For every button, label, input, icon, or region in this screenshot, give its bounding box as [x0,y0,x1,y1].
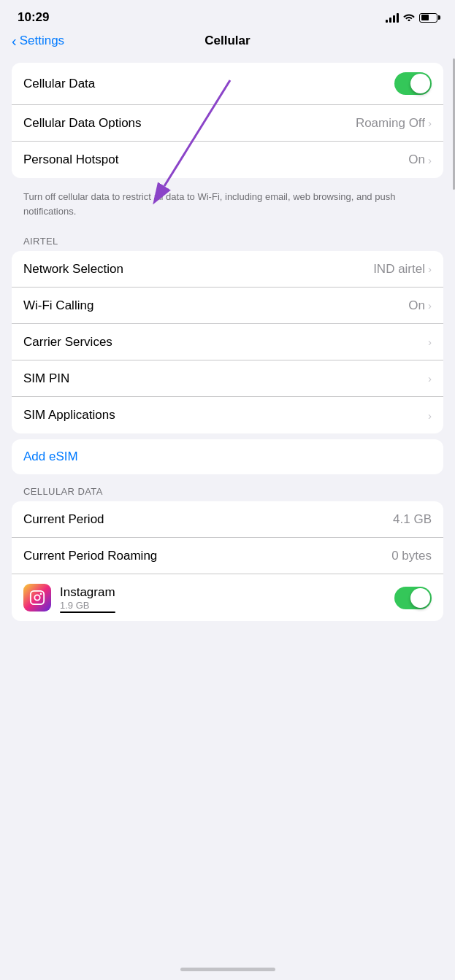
toggle-thumb [410,588,430,608]
wifi-icon [403,12,415,23]
current-period-row: Current Period 4.1 GB [12,501,443,538]
wifi-calling-status: On [408,298,425,313]
home-bar [180,968,275,971]
personal-hotspot-value: On › [408,153,432,167]
sim-applications-label: SIM Applications [23,408,115,423]
chevron-icon: › [428,336,432,348]
back-button[interactable]: ‹ Settings [12,34,64,48]
cellular-data-row[interactable]: Cellular Data [12,63,443,105]
network-selection-row[interactable]: Network Selection IND airtel › [12,251,443,288]
chevron-icon: › [428,117,432,129]
instagram-row: Instagram 1.9 GB [12,574,443,621]
cellular-data-description: Turn off cellular data to restrict all d… [12,184,443,230]
main-settings-group: Cellular Data Cellular Data Options Roam… [12,63,443,178]
cellular-data-section-label: CELLULAR DATA [12,480,443,501]
carrier-services-value: › [428,336,432,348]
cellular-data-label: Cellular Data [23,77,95,91]
carrier-services-label: Carrier Services [23,335,112,350]
airtel-settings-group: Network Selection IND airtel › Wi-Fi Cal… [12,251,443,433]
personal-hotspot-label: Personal Hotspot [23,153,118,167]
battery-icon [419,13,437,23]
chevron-icon: › [428,409,432,422]
current-period-label: Current Period [23,512,104,527]
chevron-icon: › [428,263,432,275]
current-period-roaming-data: 0 bytes [391,549,432,563]
current-period-roaming-label: Current Period Roaming [23,549,157,563]
network-selection-label: Network Selection [23,262,123,277]
sim-applications-value: › [428,409,432,422]
app-info: Instagram 1.9 GB [23,584,115,611]
svg-point-2 [40,593,42,595]
svg-rect-0 [31,591,44,604]
sim-pin-value: › [428,372,432,385]
chevron-icon: › [428,154,432,166]
status-icons [386,12,437,23]
instagram-toggle[interactable] [394,587,432,609]
nav-header: ‹ Settings Cellular [0,31,455,57]
app-size: 1.9 GB [60,600,115,611]
cellular-data-options-row[interactable]: Cellular Data Options Roaming Off › [12,105,443,142]
page-title: Cellular [204,34,250,48]
wifi-calling-row[interactable]: Wi-Fi Calling On › [12,288,443,324]
network-selection-value: IND airtel › [373,262,432,277]
status-bar: 10:29 [0,0,455,31]
sim-pin-row[interactable]: SIM PIN › [12,360,443,397]
content-area: Cellular Data Cellular Data Options Roam… [0,57,455,633]
signal-bars-icon [386,12,399,23]
back-chevron-icon: ‹ [12,34,17,48]
sim-pin-label: SIM PIN [23,371,69,386]
status-time: 10:29 [18,10,49,25]
chevron-icon: › [428,372,432,385]
add-esim-button[interactable]: Add eSIM [12,439,443,474]
scrollbar-thumb [453,58,455,190]
chevron-icon: › [428,299,432,312]
cellular-data-options-value: Roaming Off › [356,116,432,131]
cellular-data-options-label: Cellular Data Options [23,116,142,131]
current-period-roaming-value: 0 bytes [391,549,432,563]
cellular-data-stats-group: Current Period 4.1 GB Current Period Roa… [12,501,443,621]
network-value: IND airtel [373,262,425,277]
app-name: Instagram [60,585,115,600]
hotspot-status: On [408,153,425,167]
add-esim-group: Add eSIM [12,439,443,474]
current-period-data: 4.1 GB [393,512,432,527]
current-period-roaming-row: Current Period Roaming 0 bytes [12,538,443,574]
sim-applications-row[interactable]: SIM Applications › [12,397,443,433]
personal-hotspot-row[interactable]: Personal Hotspot On › [12,142,443,178]
back-label: Settings [20,34,64,48]
scrollbar[interactable] [452,0,455,980]
svg-point-1 [34,595,39,600]
app-name-block: Instagram 1.9 GB [60,585,115,611]
instagram-icon [23,584,51,611]
current-period-value: 4.1 GB [393,512,432,527]
wifi-calling-label: Wi-Fi Calling [23,298,93,313]
roaming-status: Roaming Off [356,116,425,131]
cellular-data-toggle[interactable] [394,72,432,95]
carrier-services-row[interactable]: Carrier Services › [12,324,443,360]
toggle-thumb [410,74,430,93]
wifi-calling-value: On › [408,298,432,313]
airtel-section-label: AIRTEL [12,230,443,251]
